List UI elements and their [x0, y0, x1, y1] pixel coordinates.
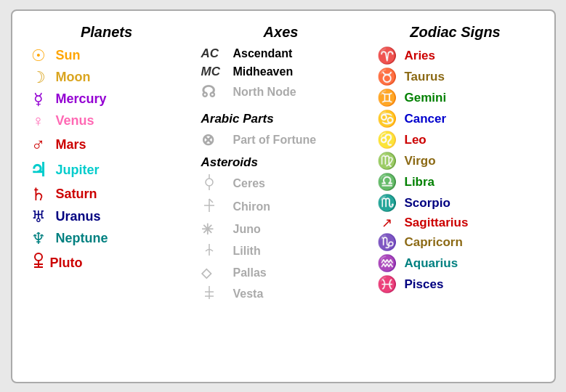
- mercury-symbol: ☿: [25, 90, 52, 109]
- ascendant-symbol: AC: [201, 46, 230, 61]
- pisces-symbol: ♓: [374, 275, 400, 294]
- asteroid-row-chiron: Chiron: [194, 197, 368, 217]
- planets-column: Planets ☉ Sun ☽ Moon ☿ Mercury ♀ Venus ♂…: [20, 24, 194, 375]
- capricorn-symbol: ♑: [374, 233, 400, 252]
- planet-row-sun: ☉ Sun: [20, 46, 194, 65]
- northnode-name: North Node: [233, 86, 296, 99]
- saturn-symbol: ♄: [25, 184, 52, 205]
- zodiac-row-aquarius: ♒ Aquarius: [368, 254, 543, 273]
- aquarius-name: Aquarius: [405, 256, 458, 271]
- axes-row-fortune: ⊗ Part of Fortune: [194, 131, 368, 150]
- fortune-symbol: ⊗: [201, 131, 230, 150]
- zodiac-row-leo: ♌ Leo: [368, 131, 543, 150]
- uranus-symbol: ♅: [25, 208, 52, 226]
- pallas-name: Pallas: [233, 266, 267, 279]
- zodiac-row-scorpio: ♏ Scorpio: [368, 194, 543, 213]
- pisces-name: Pisces: [405, 277, 444, 292]
- zodiac-title: Zodiac Signs: [368, 24, 543, 41]
- moon-name: Moon: [56, 70, 91, 85]
- ceres-name: Ceres: [233, 177, 265, 190]
- svg-point-0: [35, 253, 42, 261]
- saturn-name: Saturn: [56, 187, 97, 202]
- moon-symbol: ☽: [25, 68, 52, 87]
- cancer-symbol: ♋: [374, 110, 400, 128]
- asteroid-row-juno: ✳ Juno: [194, 221, 368, 238]
- northnode-symbol: ☊: [201, 83, 230, 102]
- leo-name: Leo: [405, 133, 426, 147]
- jupiter-name: Jupiter: [56, 163, 100, 178]
- libra-symbol: ♎: [374, 173, 400, 192]
- zodiac-row-aries: ♈ Aries: [368, 46, 543, 65]
- axes-section: AC Ascendant MC Midheaven ☊ North Node: [194, 46, 368, 102]
- zodiac-row-virgo: ♍ Virgo: [368, 152, 543, 171]
- vesta-name: Vesta: [233, 287, 264, 301]
- midheaven-symbol: MC: [201, 65, 230, 79]
- fortune-name: Part of Fortune: [233, 134, 317, 147]
- chiron-name: Chiron: [233, 200, 271, 213]
- asteroids-title: Asteroids: [194, 155, 368, 170]
- planet-row-saturn: ♄ Saturn: [20, 184, 194, 205]
- zodiac-row-pisces: ♓ Pisces: [368, 275, 543, 294]
- venus-symbol: ♀: [25, 112, 52, 131]
- planet-row-pluto: Pluto: [20, 251, 194, 276]
- taurus-name: Taurus: [405, 70, 445, 84]
- planet-row-jupiter: ♃ Jupiter: [20, 159, 194, 181]
- mercury-name: Mercury: [56, 91, 107, 107]
- pallas-symbol: ◇: [201, 265, 230, 281]
- lilith-symbol: [201, 242, 230, 261]
- axes-row-ascendant: AC Ascendant: [194, 46, 368, 61]
- scorpio-name: Scorpio: [405, 196, 450, 211]
- svg-point-4: [206, 179, 213, 186]
- neptune-symbol: ♆: [25, 229, 52, 248]
- virgo-symbol: ♍: [374, 152, 400, 171]
- aries-name: Aries: [405, 49, 436, 63]
- mars-symbol: ♂: [25, 134, 52, 156]
- chiron-symbol: [201, 197, 230, 217]
- pluto-name: Pluto: [50, 256, 83, 271]
- mars-name: Mars: [56, 137, 86, 152]
- zodiac-row-libra: ♎ Libra: [368, 173, 543, 192]
- uranus-name: Uranus: [56, 209, 101, 224]
- gemini-symbol: ♊: [374, 89, 400, 107]
- zodiac-row-taurus: ♉ Taurus: [368, 68, 543, 86]
- sagittarius-name: Sagittarius: [405, 216, 469, 230]
- planets-title: Planets: [20, 24, 194, 41]
- virgo-name: Virgo: [405, 154, 436, 168]
- asteroid-row-pallas: ◇ Pallas: [194, 265, 368, 281]
- asteroid-row-vesta: Vesta: [194, 285, 368, 304]
- sun-symbol: ☉: [25, 46, 52, 65]
- sun-name: Sun: [56, 48, 81, 63]
- planet-row-neptune: ♆ Neptune: [20, 229, 194, 248]
- sagittarius-symbol: ↗: [374, 215, 400, 231]
- aquarius-symbol: ♒: [374, 254, 400, 273]
- juno-name: Juno: [233, 223, 261, 236]
- planet-row-moon: ☽ Moon: [20, 68, 194, 87]
- capricorn-name: Capricorn: [405, 235, 463, 250]
- neptune-name: Neptune: [56, 231, 108, 246]
- scorpio-symbol: ♏: [374, 194, 400, 213]
- asteroid-row-ceres: Ceres: [194, 174, 368, 194]
- zodiac-row-gemini: ♊ Gemini: [368, 89, 543, 107]
- aries-symbol: ♈: [374, 46, 400, 65]
- cancer-name: Cancer: [405, 112, 447, 126]
- leo-symbol: ♌: [374, 131, 400, 150]
- arabic-parts-title: Arabic Parts: [194, 112, 368, 126]
- axes-column: Axes AC Ascendant MC Midheaven ☊ North N…: [194, 24, 368, 375]
- planet-row-venus: ♀ Venus: [20, 112, 194, 131]
- juno-symbol: ✳: [201, 221, 230, 238]
- planet-row-mars: ♂ Mars: [20, 134, 194, 156]
- vesta-symbol: [201, 285, 230, 304]
- axes-row-northnode: ☊ North Node: [194, 83, 368, 102]
- zodiac-row-cancer: ♋ Cancer: [368, 110, 543, 128]
- axes-row-midheaven: MC Midheaven: [194, 65, 368, 79]
- taurus-symbol: ♉: [374, 68, 400, 86]
- jupiter-symbol: ♃: [25, 159, 52, 181]
- ascendant-name: Ascendant: [233, 47, 293, 60]
- planet-row-mercury: ☿ Mercury: [20, 90, 194, 109]
- zodiac-row-capricorn: ♑ Capricorn: [368, 233, 543, 252]
- gemini-name: Gemini: [405, 91, 447, 105]
- zodiac-column: Zodiac Signs ♈ Aries ♉ Taurus ♊ Gemini ♋…: [368, 24, 543, 375]
- axes-title: Axes: [194, 24, 368, 41]
- lilith-name: Lilith: [233, 245, 261, 258]
- midheaven-name: Midheaven: [233, 65, 294, 78]
